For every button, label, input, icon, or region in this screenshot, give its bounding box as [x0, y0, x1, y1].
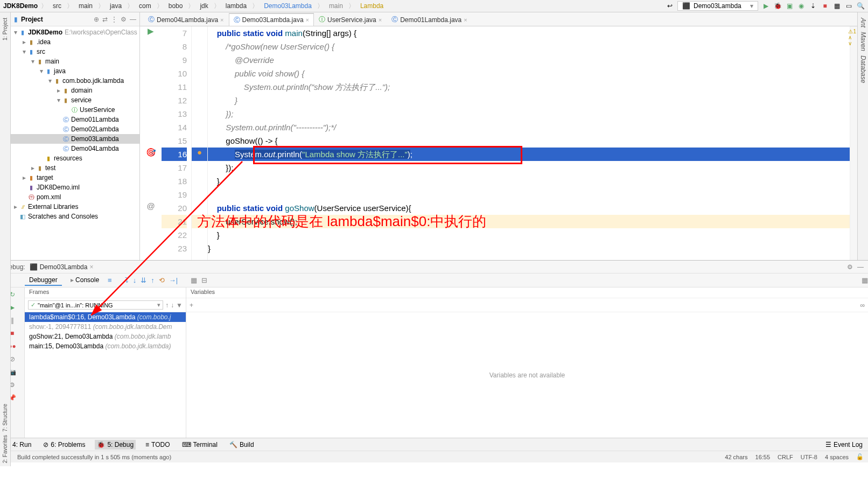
annotation-arrow	[0, 0, 868, 491]
svg-line-0	[92, 162, 242, 315]
